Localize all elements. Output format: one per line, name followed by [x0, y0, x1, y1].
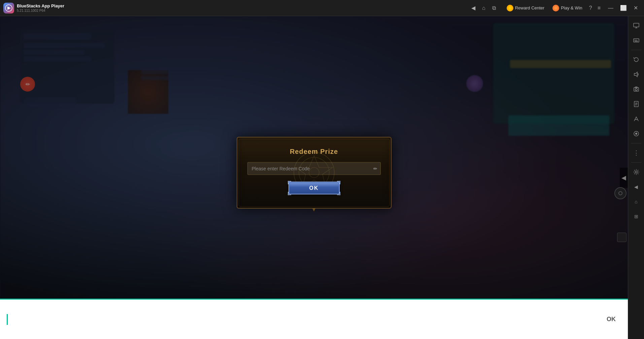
- sidebar-home2-button[interactable]: ⌂: [630, 195, 643, 208]
- ok-button-wrapper: OK: [289, 181, 340, 194]
- sidebar-divider-2: [631, 143, 641, 143]
- app-logo: [3, 3, 14, 13]
- sidebar-macro-button[interactable]: [630, 112, 643, 126]
- app-name-container: BlueStacks App Player 5.21.111.1002 P64: [17, 3, 64, 12]
- sidebar-apk-button[interactable]: [630, 97, 643, 111]
- bottom-input-field[interactable]: [12, 316, 601, 323]
- svg-marker-14: [634, 72, 637, 77]
- play-win-icon: [552, 5, 559, 11]
- tabs-button[interactable]: ⧉: [491, 4, 497, 12]
- help-button[interactable]: ?: [588, 4, 594, 12]
- svg-point-25: [635, 171, 637, 173]
- reward-center-button[interactable]: Reward Center: [504, 3, 547, 13]
- bottom-bar: OK: [0, 299, 628, 339]
- svg-rect-9: [634, 39, 639, 42]
- main-content: ✏ Redeem Prize ✏: [0, 16, 644, 339]
- right-sidebar: ⋮ ◀ ⌂ ⊞: [628, 16, 644, 339]
- titlebar-nav: ◀ ⌂ ⧉: [470, 3, 497, 12]
- game-area: ✏ Redeem Prize ✏: [0, 16, 628, 339]
- sidebar-keyboard-button[interactable]: [630, 34, 643, 47]
- reward-icon: [507, 5, 513, 11]
- minimize-button[interactable]: —: [605, 4, 616, 12]
- window-controls: — ⬜ ✕: [605, 3, 641, 12]
- redeem-code-input[interactable]: [247, 162, 381, 175]
- sidebar-screenshot-button[interactable]: [630, 82, 643, 96]
- svg-rect-6: [634, 23, 639, 27]
- sidebar-display-button[interactable]: [630, 19, 643, 32]
- reward-center-label: Reward Center: [515, 5, 544, 10]
- titlebar-right: Reward Center Play & Win ? ≡: [504, 3, 602, 13]
- sidebar-apps-button[interactable]: ⊞: [630, 210, 643, 223]
- ok-button[interactable]: OK: [289, 181, 340, 194]
- play-win-button[interactable]: Play & Win: [550, 3, 585, 13]
- svg-point-16: [635, 89, 637, 91]
- redeem-dialog: Redeem Prize ✏ OK ▼: [237, 137, 392, 208]
- maximize-button[interactable]: ⬜: [617, 3, 630, 12]
- svg-point-24: [635, 133, 637, 135]
- sidebar-divider-1: [631, 50, 641, 50]
- redeem-input-container: ✏: [247, 162, 381, 175]
- back-button[interactable]: ◀: [470, 3, 477, 12]
- bottom-cursor: [7, 314, 8, 325]
- dialog-bottom-chevron: ▼: [311, 206, 317, 212]
- app-title: BlueStacks App Player: [17, 3, 64, 9]
- sidebar-settings-button[interactable]: [630, 165, 643, 179]
- svg-marker-1: [7, 6, 11, 10]
- edit-icon[interactable]: ✏: [373, 166, 377, 171]
- bottom-ok-button[interactable]: OK: [601, 313, 621, 326]
- menu-button[interactable]: ≡: [596, 4, 602, 12]
- sidebar-volume-button[interactable]: [630, 68, 643, 81]
- home-button[interactable]: ⌂: [481, 4, 487, 12]
- sidebar-refresh-button[interactable]: [630, 53, 643, 66]
- titlebar: BlueStacks App Player 5.21.111.1002 P64 …: [0, 0, 644, 16]
- play-win-label: Play & Win: [561, 5, 582, 10]
- close-button[interactable]: ✕: [631, 3, 641, 12]
- sidebar-divider-3: [631, 162, 641, 163]
- ok-button-container: OK: [247, 181, 381, 194]
- sidebar-dots-button[interactable]: ⋮: [630, 146, 643, 160]
- app-version: 5.21.111.1002 P64: [17, 9, 64, 12]
- dialog-title: Redeem Prize: [247, 147, 381, 155]
- sidebar-back-button[interactable]: ◀: [630, 180, 643, 194]
- sidebar-record-button[interactable]: [630, 127, 643, 140]
